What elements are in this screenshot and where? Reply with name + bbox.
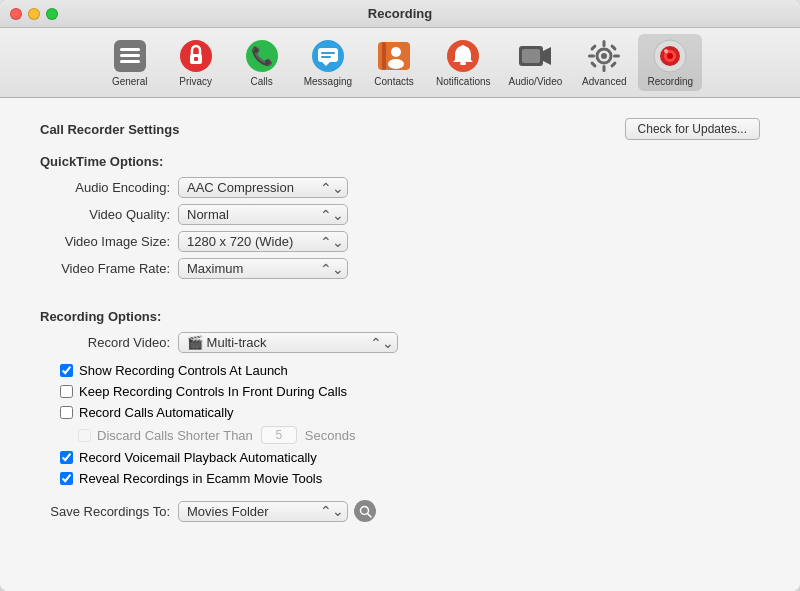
main-window: Recording General (0, 0, 800, 591)
content-area: Call Recorder Settings Check for Updates… (0, 98, 800, 591)
svg-rect-31 (610, 44, 617, 51)
toolbar-item-recording[interactable]: Recording (638, 34, 702, 91)
svg-rect-28 (588, 55, 595, 58)
record-voicemail-label: Record Voicemail Playback Automatically (79, 450, 317, 465)
svg-rect-33 (610, 61, 617, 68)
svg-text:📞: 📞 (251, 45, 274, 67)
call-recorder-title: Call Recorder Settings (40, 122, 179, 137)
keep-recording-controls-row: Keep Recording Controls In Front During … (40, 384, 760, 399)
record-calls-automatically-row: Record Calls Automatically (40, 405, 760, 420)
recording-icon (652, 38, 688, 74)
check-updates-button[interactable]: Check for Updates... (625, 118, 760, 140)
notifications-label: Notifications (436, 76, 490, 87)
general-label: General (112, 76, 148, 87)
svg-rect-29 (613, 55, 620, 58)
audio-encoding-row: Audio Encoding: AAC Compression ⌃⌄ (40, 177, 760, 198)
traffic-lights (10, 8, 58, 20)
toolbar-item-notifications[interactable]: Notifications (428, 34, 498, 91)
calls-icon: 📞 (244, 38, 280, 74)
discard-label: Discard Calls Shorter Than (97, 428, 253, 443)
recording-options-section: Recording Options: Record Video: 🎬 Multi… (40, 309, 760, 486)
video-image-size-select[interactable]: 1280 x 720 (Wide) (178, 231, 348, 252)
svg-marker-22 (543, 47, 551, 65)
show-recording-controls-checkbox[interactable] (60, 364, 73, 377)
advanced-label: Advanced (582, 76, 626, 87)
audiovideo-icon (517, 38, 553, 74)
svg-point-38 (664, 49, 668, 53)
record-calls-automatically-checkbox[interactable] (60, 406, 73, 419)
record-voicemail-checkbox[interactable] (60, 451, 73, 464)
svg-point-20 (461, 45, 465, 49)
audio-encoding-wrapper: AAC Compression ⌃⌄ (178, 177, 348, 198)
reveal-recordings-label: Reveal Recordings in Ecamm Movie Tools (79, 471, 322, 486)
keep-recording-controls-label: Keep Recording Controls In Front During … (79, 384, 347, 399)
svg-point-16 (391, 47, 401, 57)
svg-rect-10 (318, 48, 338, 62)
video-quality-row: Video Quality: Normal ⌃⌄ (40, 204, 760, 225)
calls-label: Calls (251, 76, 273, 87)
toolbar-item-advanced[interactable]: Advanced (572, 34, 636, 91)
discard-unit: Seconds (305, 428, 356, 443)
title-bar: Recording (0, 0, 800, 28)
svg-rect-19 (460, 62, 466, 65)
quicktime-section: QuickTime Options: Audio Encoding: AAC C… (40, 154, 760, 279)
quicktime-label: QuickTime Options: (40, 154, 760, 169)
record-voicemail-row: Record Voicemail Playback Automatically (40, 450, 760, 465)
contacts-icon (376, 38, 412, 74)
svg-rect-1 (120, 48, 140, 51)
advanced-icon (586, 38, 622, 74)
svg-point-25 (601, 53, 607, 59)
toolbar-item-messaging[interactable]: Messaging (296, 34, 360, 91)
toolbar-item-calls[interactable]: 📞 Calls (230, 34, 294, 91)
call-recorder-header: Call Recorder Settings Check for Updates… (40, 118, 760, 140)
discard-row: Discard Calls Shorter Than Seconds (40, 426, 760, 444)
toolbar-item-contacts[interactable]: Contacts (362, 34, 426, 91)
recording-options-label: Recording Options: (40, 309, 760, 324)
record-video-row: Record Video: 🎬 Multi-track ⌃⌄ (40, 332, 760, 353)
toolbar-item-privacy[interactable]: Privacy (164, 34, 228, 91)
video-frame-rate-select[interactable]: Maximum (178, 258, 348, 279)
close-button[interactable] (10, 8, 22, 20)
svg-rect-12 (321, 52, 335, 54)
save-recordings-wrapper: Movies Folder ⌃⌄ (178, 501, 348, 522)
maximize-button[interactable] (46, 8, 58, 20)
record-video-select[interactable]: 🎬 Multi-track (178, 332, 398, 353)
recording-label: Recording (647, 76, 693, 87)
svg-rect-23 (522, 49, 540, 63)
video-frame-rate-row: Video Frame Rate: Maximum ⌃⌄ (40, 258, 760, 279)
record-video-label: Record Video: (50, 335, 170, 350)
window-title: Recording (368, 6, 432, 21)
keep-recording-controls-checkbox[interactable] (60, 385, 73, 398)
video-quality-select[interactable]: Normal (178, 204, 348, 225)
show-recording-controls-label: Show Recording Controls At Launch (79, 363, 288, 378)
show-recording-controls-row: Show Recording Controls At Launch (40, 363, 760, 378)
reveal-recordings-checkbox[interactable] (60, 472, 73, 485)
svg-rect-26 (603, 40, 606, 47)
video-image-size-wrapper: 1280 x 720 (Wide) ⌃⌄ (178, 231, 348, 252)
svg-line-40 (367, 513, 371, 517)
save-recordings-select[interactable]: Movies Folder (178, 501, 348, 522)
svg-rect-2 (120, 54, 140, 57)
toolbar-item-general[interactable]: General (98, 34, 162, 91)
video-image-size-label: Video Image Size: (50, 234, 170, 249)
audiovideo-label: Audio/Video (509, 76, 563, 87)
video-image-size-row: Video Image Size: 1280 x 720 (Wide) ⌃⌄ (40, 231, 760, 252)
audio-encoding-label: Audio Encoding: (50, 180, 170, 195)
svg-point-37 (667, 53, 673, 59)
discard-checkbox[interactable] (78, 429, 91, 442)
svg-rect-3 (120, 60, 140, 63)
reveal-recordings-row: Reveal Recordings in Ecamm Movie Tools (40, 471, 760, 486)
svg-rect-27 (603, 65, 606, 72)
notifications-icon (445, 38, 481, 74)
privacy-label: Privacy (179, 76, 212, 87)
svg-rect-13 (321, 56, 331, 58)
video-frame-rate-wrapper: Maximum ⌃⌄ (178, 258, 348, 279)
record-video-wrapper: 🎬 Multi-track ⌃⌄ (178, 332, 398, 353)
svg-rect-15 (382, 42, 386, 70)
search-folder-button[interactable] (354, 500, 376, 522)
discard-number-input[interactable] (261, 426, 297, 444)
svg-rect-6 (194, 57, 198, 61)
audio-encoding-select[interactable]: AAC Compression (178, 177, 348, 198)
minimize-button[interactable] (28, 8, 40, 20)
toolbar-item-audiovideo[interactable]: Audio/Video (501, 34, 571, 91)
